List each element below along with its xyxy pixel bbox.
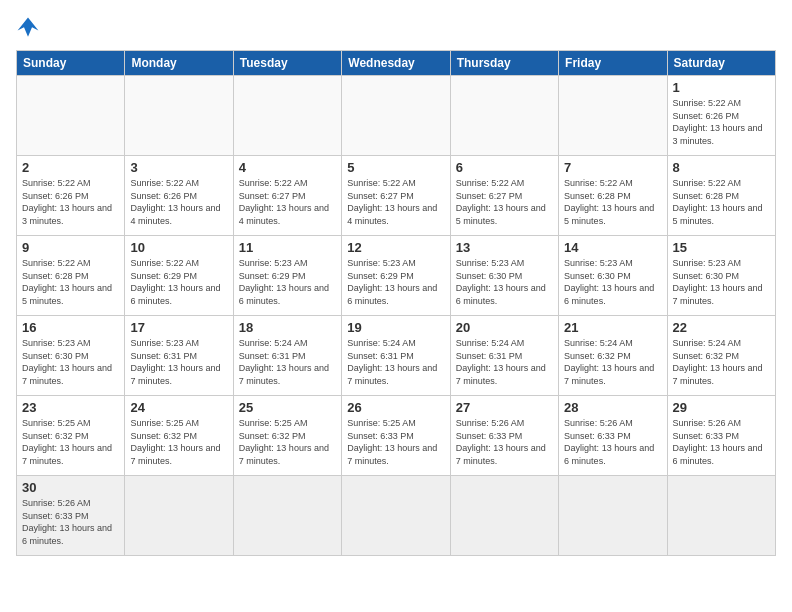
cell-info: Sunrise: 5:24 AMSunset: 6:31 PMDaylight:… xyxy=(239,337,336,387)
calendar-cell xyxy=(125,476,233,556)
calendar-cell: 13Sunrise: 5:23 AMSunset: 6:30 PMDayligh… xyxy=(450,236,558,316)
day-header-friday: Friday xyxy=(559,51,667,76)
cell-info: Sunrise: 5:22 AMSunset: 6:29 PMDaylight:… xyxy=(130,257,227,307)
day-header-wednesday: Wednesday xyxy=(342,51,450,76)
cell-info: Sunrise: 5:23 AMSunset: 6:31 PMDaylight:… xyxy=(130,337,227,387)
cell-info: Sunrise: 5:23 AMSunset: 6:29 PMDaylight:… xyxy=(239,257,336,307)
calendar-cell: 14Sunrise: 5:23 AMSunset: 6:30 PMDayligh… xyxy=(559,236,667,316)
cell-info: Sunrise: 5:23 AMSunset: 6:29 PMDaylight:… xyxy=(347,257,444,307)
day-header-tuesday: Tuesday xyxy=(233,51,341,76)
calendar-cell: 26Sunrise: 5:25 AMSunset: 6:33 PMDayligh… xyxy=(342,396,450,476)
day-header-saturday: Saturday xyxy=(667,51,775,76)
calendar-cell: 28Sunrise: 5:26 AMSunset: 6:33 PMDayligh… xyxy=(559,396,667,476)
calendar-cell: 17Sunrise: 5:23 AMSunset: 6:31 PMDayligh… xyxy=(125,316,233,396)
cell-info: Sunrise: 5:22 AMSunset: 6:28 PMDaylight:… xyxy=(22,257,119,307)
calendar-cell: 20Sunrise: 5:24 AMSunset: 6:31 PMDayligh… xyxy=(450,316,558,396)
calendar-week-4: 16Sunrise: 5:23 AMSunset: 6:30 PMDayligh… xyxy=(17,316,776,396)
calendar-cell: 6Sunrise: 5:22 AMSunset: 6:27 PMDaylight… xyxy=(450,156,558,236)
calendar-cell: 4Sunrise: 5:22 AMSunset: 6:27 PMDaylight… xyxy=(233,156,341,236)
calendar-cell: 9Sunrise: 5:22 AMSunset: 6:28 PMDaylight… xyxy=(17,236,125,316)
day-number: 13 xyxy=(456,240,553,255)
cell-info: Sunrise: 5:25 AMSunset: 6:33 PMDaylight:… xyxy=(347,417,444,467)
cell-info: Sunrise: 5:24 AMSunset: 6:31 PMDaylight:… xyxy=(347,337,444,387)
calendar-cell: 1Sunrise: 5:22 AMSunset: 6:26 PMDaylight… xyxy=(667,76,775,156)
calendar-cell xyxy=(17,76,125,156)
day-header-sunday: Sunday xyxy=(17,51,125,76)
calendar-cell: 2Sunrise: 5:22 AMSunset: 6:26 PMDaylight… xyxy=(17,156,125,236)
day-number: 15 xyxy=(673,240,770,255)
day-number: 1 xyxy=(673,80,770,95)
cell-info: Sunrise: 5:22 AMSunset: 6:27 PMDaylight:… xyxy=(239,177,336,227)
calendar-cell xyxy=(233,476,341,556)
calendar-week-2: 2Sunrise: 5:22 AMSunset: 6:26 PMDaylight… xyxy=(17,156,776,236)
calendar-cell xyxy=(450,76,558,156)
cell-info: Sunrise: 5:26 AMSunset: 6:33 PMDaylight:… xyxy=(456,417,553,467)
day-number: 9 xyxy=(22,240,119,255)
cell-info: Sunrise: 5:25 AMSunset: 6:32 PMDaylight:… xyxy=(239,417,336,467)
calendar-cell: 21Sunrise: 5:24 AMSunset: 6:32 PMDayligh… xyxy=(559,316,667,396)
cell-info: Sunrise: 5:22 AMSunset: 6:26 PMDaylight:… xyxy=(130,177,227,227)
day-number: 17 xyxy=(130,320,227,335)
cell-info: Sunrise: 5:22 AMSunset: 6:26 PMDaylight:… xyxy=(22,177,119,227)
day-number: 21 xyxy=(564,320,661,335)
day-number: 22 xyxy=(673,320,770,335)
calendar-cell xyxy=(233,76,341,156)
cell-info: Sunrise: 5:24 AMSunset: 6:32 PMDaylight:… xyxy=(564,337,661,387)
calendar-week-3: 9Sunrise: 5:22 AMSunset: 6:28 PMDaylight… xyxy=(17,236,776,316)
calendar-cell: 30Sunrise: 5:26 AMSunset: 6:33 PMDayligh… xyxy=(17,476,125,556)
day-number: 2 xyxy=(22,160,119,175)
day-number: 10 xyxy=(130,240,227,255)
day-number: 27 xyxy=(456,400,553,415)
calendar-week-5: 23Sunrise: 5:25 AMSunset: 6:32 PMDayligh… xyxy=(17,396,776,476)
calendar-cell xyxy=(342,476,450,556)
calendar-cell: 5Sunrise: 5:22 AMSunset: 6:27 PMDaylight… xyxy=(342,156,450,236)
calendar-cell xyxy=(559,476,667,556)
calendar-cell xyxy=(342,76,450,156)
calendar-cell: 7Sunrise: 5:22 AMSunset: 6:28 PMDaylight… xyxy=(559,156,667,236)
cell-info: Sunrise: 5:24 AMSunset: 6:31 PMDaylight:… xyxy=(456,337,553,387)
cell-info: Sunrise: 5:26 AMSunset: 6:33 PMDaylight:… xyxy=(564,417,661,467)
day-number: 29 xyxy=(673,400,770,415)
calendar-cell: 25Sunrise: 5:25 AMSunset: 6:32 PMDayligh… xyxy=(233,396,341,476)
day-number: 11 xyxy=(239,240,336,255)
day-number: 8 xyxy=(673,160,770,175)
calendar-cell: 8Sunrise: 5:22 AMSunset: 6:28 PMDaylight… xyxy=(667,156,775,236)
calendar-cell: 29Sunrise: 5:26 AMSunset: 6:33 PMDayligh… xyxy=(667,396,775,476)
calendar-cell: 24Sunrise: 5:25 AMSunset: 6:32 PMDayligh… xyxy=(125,396,233,476)
calendar-cell xyxy=(125,76,233,156)
calendar-cell: 22Sunrise: 5:24 AMSunset: 6:32 PMDayligh… xyxy=(667,316,775,396)
calendar-cell: 19Sunrise: 5:24 AMSunset: 6:31 PMDayligh… xyxy=(342,316,450,396)
svg-marker-0 xyxy=(18,18,39,37)
calendar-week-6: 30Sunrise: 5:26 AMSunset: 6:33 PMDayligh… xyxy=(17,476,776,556)
day-number: 7 xyxy=(564,160,661,175)
day-number: 25 xyxy=(239,400,336,415)
day-number: 28 xyxy=(564,400,661,415)
cell-info: Sunrise: 5:23 AMSunset: 6:30 PMDaylight:… xyxy=(564,257,661,307)
cell-info: Sunrise: 5:22 AMSunset: 6:27 PMDaylight:… xyxy=(347,177,444,227)
calendar-cell: 15Sunrise: 5:23 AMSunset: 6:30 PMDayligh… xyxy=(667,236,775,316)
calendar-cell: 23Sunrise: 5:25 AMSunset: 6:32 PMDayligh… xyxy=(17,396,125,476)
day-number: 19 xyxy=(347,320,444,335)
day-header-monday: Monday xyxy=(125,51,233,76)
day-header-thursday: Thursday xyxy=(450,51,558,76)
day-number: 18 xyxy=(239,320,336,335)
day-number: 3 xyxy=(130,160,227,175)
calendar-cell: 11Sunrise: 5:23 AMSunset: 6:29 PMDayligh… xyxy=(233,236,341,316)
calendar-cell: 18Sunrise: 5:24 AMSunset: 6:31 PMDayligh… xyxy=(233,316,341,396)
cell-info: Sunrise: 5:22 AMSunset: 6:26 PMDaylight:… xyxy=(673,97,770,147)
cell-info: Sunrise: 5:23 AMSunset: 6:30 PMDaylight:… xyxy=(673,257,770,307)
cell-info: Sunrise: 5:22 AMSunset: 6:28 PMDaylight:… xyxy=(564,177,661,227)
day-number: 23 xyxy=(22,400,119,415)
cell-info: Sunrise: 5:22 AMSunset: 6:27 PMDaylight:… xyxy=(456,177,553,227)
day-number: 24 xyxy=(130,400,227,415)
cell-info: Sunrise: 5:22 AMSunset: 6:28 PMDaylight:… xyxy=(673,177,770,227)
calendar-cell: 16Sunrise: 5:23 AMSunset: 6:30 PMDayligh… xyxy=(17,316,125,396)
calendar-cell: 10Sunrise: 5:22 AMSunset: 6:29 PMDayligh… xyxy=(125,236,233,316)
cell-info: Sunrise: 5:26 AMSunset: 6:33 PMDaylight:… xyxy=(22,497,119,547)
logo-icon xyxy=(16,16,40,40)
calendar-cell: 3Sunrise: 5:22 AMSunset: 6:26 PMDaylight… xyxy=(125,156,233,236)
cell-info: Sunrise: 5:23 AMSunset: 6:30 PMDaylight:… xyxy=(22,337,119,387)
cell-info: Sunrise: 5:25 AMSunset: 6:32 PMDaylight:… xyxy=(22,417,119,467)
cell-info: Sunrise: 5:23 AMSunset: 6:30 PMDaylight:… xyxy=(456,257,553,307)
calendar-cell: 27Sunrise: 5:26 AMSunset: 6:33 PMDayligh… xyxy=(450,396,558,476)
